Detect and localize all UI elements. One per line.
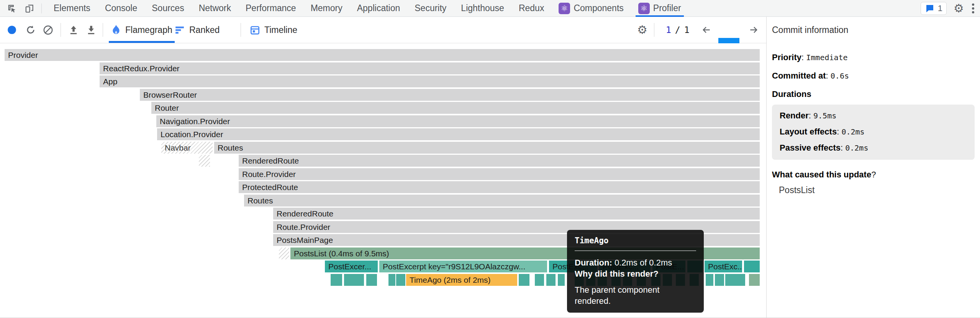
flame-bar[interactable] [706,274,713,286]
tab-components[interactable]: ⚛Components [551,0,631,17]
tabbar-right-controls: 1 ⚙ [921,2,975,15]
tooltip-component-name: TimeAgo [575,236,696,245]
flame-bar[interactable] [749,274,760,286]
flame-bar[interactable] [331,274,342,286]
flame-bar[interactable] [738,274,745,286]
flame-bar[interactable] [279,248,289,259]
flame-bar-navbar[interactable]: Navbar [161,142,213,154]
passive-effects-label: Passive effects [780,143,841,152]
flame-bar[interactable] [535,274,544,286]
flame-bar[interactable] [388,274,395,286]
flame-bar-routes[interactable]: Routes [214,142,760,154]
tab-ranked[interactable]: Ranked [174,17,220,43]
tab-ranked-label: Ranked [189,25,220,35]
flame-bar[interactable] [546,274,556,286]
caused-list: PostsList [772,185,975,195]
flame-bar-app[interactable]: App [100,75,760,87]
flame-bar-navigation-provider[interactable]: Navigation.Provider [156,115,760,127]
flame-bar[interactable] [396,274,405,286]
tab-application[interactable]: Application [350,0,408,17]
inspect-element-icon[interactable] [6,3,18,14]
what-caused-heading: What caused this update? [772,170,975,180]
flame-bar-postexcer[interactable]: PostExcer... [325,261,378,272]
commit-info-title: Commit information [767,17,980,43]
settings-gear-icon[interactable]: ⚙ [954,3,964,14]
render-value: 9.5ms [813,111,836,120]
flame-bar-postexcerpt-key-r9s12l9oalazczgw[interactable]: PostExcerpt key="r9S12L9OAlazczgw... [379,261,547,272]
flame-bar-router[interactable]: Router [151,102,760,114]
tab-label: Application [357,3,400,13]
tab-label: Lighthouse [461,3,504,13]
committed-at-row: Committed at: 0.6s [772,71,975,81]
tab-performance[interactable]: Performance [238,0,303,17]
commit-current[interactable]: 1 [666,25,671,35]
tooltip-why-value: The parent component rendered. [575,284,696,307]
flame-bar[interactable] [366,274,377,286]
profiler-settings-gear-icon[interactable]: ⚙ [637,17,647,43]
devtools-tab-bar: ElementsConsoleSourcesNetworkPerformance… [0,0,980,17]
tab-sources[interactable]: Sources [144,0,191,17]
layout-effects-value: 0.2ms [841,127,864,136]
tab-console[interactable]: Console [98,0,144,17]
tab-memory[interactable]: Memory [303,0,350,17]
flame-bar-routes[interactable]: Routes [244,195,760,207]
flame-bar[interactable] [558,274,565,286]
tooltip-duration-row: Duration: 0.2ms of 0.2ms [575,257,696,268]
record-button[interactable] [7,17,17,43]
tab-timeline[interactable]: Timeline [250,17,297,43]
flame-bar-renderedroute[interactable]: RenderedRoute [239,155,760,167]
device-toolbar-icon[interactable] [24,3,35,14]
devtools-window: ElementsConsoleSourcesNetworkPerformance… [0,0,980,318]
tab-redux[interactable]: Redux [511,0,551,17]
commit-info-panel: Commit information Priority: Immediate C… [767,17,980,318]
caused-item-postslist[interactable]: PostsList [779,185,975,195]
flame-bar-postexc[interactable]: PostExc... [705,261,742,272]
flame-bar[interactable] [732,274,739,286]
flame-bar[interactable] [725,274,732,286]
tab-lighthouse[interactable]: Lighthouse [454,0,511,17]
flame-bar-reactredux-provider[interactable]: ReactRedux.Provider [100,62,760,74]
tooltip-duration-value: 0.2ms of 0.2ms [612,258,672,267]
tab-label: Memory [311,3,343,13]
tab-timeline-label: Timeline [264,25,297,35]
tab-flamegraph[interactable]: Flamegraph [111,17,172,43]
tab-label: Components [574,3,623,13]
flame-bar-timeago-2ms-of-2ms[interactable]: TimeAgo (2ms of 2ms) [406,274,517,286]
committed-at-value: 0.6s [831,71,849,80]
flame-bar-location-provider[interactable]: Location.Provider [157,128,760,140]
flame-bar-browserrouter[interactable]: BrowserRouter [140,89,760,101]
render-duration-row: Render: 9.5ms [780,111,967,121]
flamegraph-tooltip: TimeAgo Duration: 0.2ms of 0.2ms Why did… [567,230,704,313]
flame-bar-provider[interactable]: Provider [5,49,760,61]
tab-label: Network [199,3,231,13]
clear-profile-button[interactable] [43,17,53,43]
flame-bar[interactable] [519,274,529,286]
issues-counter[interactable]: 1 [921,2,947,15]
layout-effects-row: Layout effects: 0.2ms [780,127,967,137]
durations-heading: Durations [772,89,975,99]
reload-profile-button[interactable] [25,17,36,43]
flame-bar[interactable] [715,274,724,286]
next-commit-button[interactable] [748,17,759,43]
flame-bar-protectedroute[interactable]: ProtectedRoute [239,181,760,193]
more-options-icon[interactable] [972,2,975,15]
tooltip-duration-label: Duration: [575,258,612,267]
chat-bubble-icon [925,4,935,13]
flame-bar[interactable] [744,261,760,272]
flame-bar[interactable] [349,274,364,286]
flame-bar-renderedroute[interactable]: RenderedRoute [273,208,760,220]
tab-network[interactable]: Network [192,0,238,17]
commit-total: 1 [684,25,690,35]
tab-profiler[interactable]: ⚛Profiler [631,0,688,17]
previous-commit-button[interactable] [701,17,712,43]
flame-bar[interactable] [199,155,210,167]
tab-elements[interactable]: Elements [46,0,98,17]
export-profile-icon[interactable] [86,17,97,43]
tab-strip: ElementsConsoleSourcesNetworkPerformance… [46,0,688,17]
import-profile-icon[interactable] [68,17,79,43]
tooltip-why-label: Why did this render? [575,268,696,279]
flame-bar-route-provider[interactable]: Route.Provider [239,168,760,180]
tab-security[interactable]: Security [407,0,454,17]
react-atom-icon: ⚛ [559,3,570,14]
tab-label: Profiler [653,3,681,13]
